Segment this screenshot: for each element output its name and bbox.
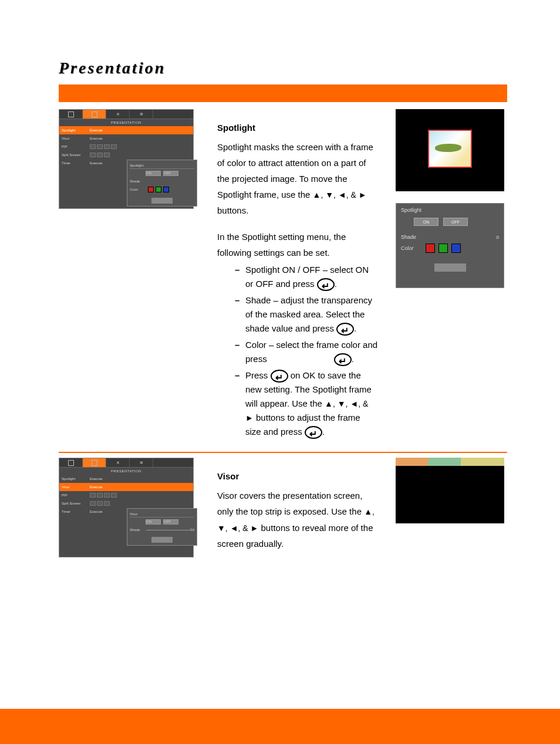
- enter-icon: [334, 353, 352, 366]
- ok-button[interactable]: [434, 263, 466, 272]
- visor-submenu-popup: Visor ON OFF Shade50: [127, 508, 197, 546]
- page-footer-bar: [0, 709, 560, 744]
- bullet-color: Color – select the frame color and press…: [245, 338, 378, 366]
- spotlight-off-toggle[interactable]: OFF: [443, 218, 468, 226]
- visor-heading: Visor: [217, 468, 378, 484]
- osd-menu-screenshot-spotlight: ✕ ✲ PRESENTATION SpotlightExecute VisorE…: [59, 109, 194, 209]
- spotlight-preview-image: [396, 109, 504, 191]
- spotlight-settings-panel: Spotlight ON OFF Shade0 Color: [396, 203, 504, 288]
- menu-tab-3: ✕: [106, 110, 130, 119]
- page-title: Presentation: [59, 59, 507, 77]
- bullet-shade: Shade – adjust the transparency of the m…: [245, 293, 378, 336]
- spotlight-paragraph-1: Spotlight masks the screen with a frame …: [217, 139, 378, 218]
- menu-tab-1: [59, 110, 83, 119]
- menu-header: PRESENTATION: [59, 119, 193, 126]
- osd-menu-screenshot-visor: ✕ ✲ PRESENTATION SpotlightExecute VisorE…: [59, 458, 194, 557]
- section-header-bar: [59, 84, 507, 102]
- spotlight-submenu-popup: Spotlight ON OFF Shade Color: [127, 160, 197, 207]
- color-swatch-green[interactable]: [438, 244, 448, 253]
- menu-tab-4: ✲: [130, 110, 153, 119]
- enter-icon: [271, 370, 288, 383]
- bullet-ok: Press on OK to save the new setting. The…: [245, 368, 378, 439]
- visor-paragraph-1: Visor covers the presentation screen, on…: [217, 488, 378, 551]
- enter-icon: [336, 323, 354, 336]
- spotlight-on-toggle[interactable]: ON: [414, 218, 438, 226]
- enter-icon: [317, 278, 335, 291]
- bullet-spotlight-onoff: Spotlight ON / OFF – select ON or OFF an…: [245, 263, 378, 291]
- color-swatch-blue[interactable]: [451, 244, 461, 253]
- visor-preview-image: [396, 458, 504, 523]
- color-swatch-red[interactable]: [426, 244, 435, 253]
- enter-icon: [305, 426, 322, 439]
- arrow-buttons-icon: ▲, ▼, ◄, & ►: [313, 190, 367, 199]
- spotlight-heading: Spotlight: [217, 120, 378, 136]
- menu-tab-presentation: [83, 110, 106, 119]
- spotlight-paragraph-2: In the Spotlight setting menu, the follo…: [217, 229, 378, 261]
